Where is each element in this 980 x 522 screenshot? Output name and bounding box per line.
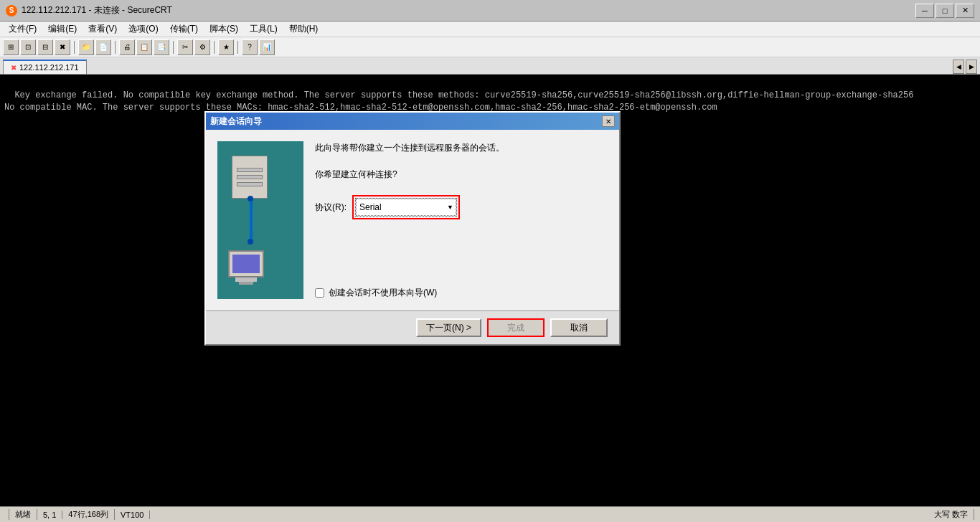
terminal-line1: Key exchange failed. No compatible key e… (14, 90, 913, 100)
checkbox-label: 创建会话时不使用本向导(W) (329, 287, 437, 299)
cable-line (250, 199, 253, 242)
toolbar-btn-4[interactable]: ✖ (55, 39, 70, 55)
toolbar-btn-10[interactable]: ✂ (177, 39, 193, 55)
server-image (232, 156, 268, 199)
dialog-title: 新建会话向导 (210, 115, 262, 128)
toolbar-btn-7[interactable]: 🖨 (119, 39, 135, 55)
close-button[interactable]: ✕ (956, 4, 974, 18)
tab-status-icon: ✖ (11, 64, 17, 72)
toolbar: ⊞ ⊡ ⊟ ✖ 📁 📄 🖨 📋 📑 ✂ ⚙ ★ ? 📊 (0, 37, 980, 57)
menu-bar: 文件(F) 编辑(E) 查看(V) 选项(O) 传输(T) 脚本(S) 工具(L… (0, 22, 980, 37)
dialog-intro-text: 此向导将帮你建立一个连接到远程服务器的会话。 (315, 141, 608, 154)
next-button[interactable]: 下一页(N) > (416, 318, 481, 337)
menu-transfer[interactable]: 传输(T) (164, 22, 204, 37)
server-slot-2 (237, 175, 263, 179)
server-slot-3 (237, 182, 263, 186)
status-encoding: 大写 数字 (928, 509, 974, 520)
protocol-label: 协议(R): (315, 201, 347, 214)
title-bar-left: S 122.112.212.171 - 未连接 - SecureCRT (6, 4, 172, 16)
dialog-illustration (217, 141, 303, 299)
window-title: 122.112.212.171 - 未连接 - SecureCRT (22, 4, 172, 16)
status-ready: 就绪 (9, 509, 37, 520)
toolbar-btn-11[interactable]: ⚙ (194, 39, 210, 55)
minimize-button[interactable]: ─ (915, 4, 934, 18)
dialog-body: 此向导将帮你建立一个连接到远程服务器的会话。 你希望建立何种连接? 协议(R):… (206, 130, 619, 310)
toolbar-separator-4 (214, 41, 215, 54)
toolbar-btn-12[interactable]: ★ (218, 39, 234, 55)
toolbar-btn-9[interactable]: 📑 (154, 39, 169, 55)
dialog-footer: 下一页(N) > 完成 取消 (206, 310, 619, 344)
tab-label: 122.112.212.171 (19, 63, 79, 72)
menu-tools[interactable]: 工具(L) (244, 22, 283, 37)
tab-nav-left[interactable]: ◀ (953, 60, 964, 74)
cancel-button[interactable]: 取消 (550, 318, 608, 337)
dialog-question-text: 你希望建立何种连接? (315, 169, 608, 181)
toolbar-separator-5 (237, 41, 238, 54)
toolbar-btn-5[interactable]: 📁 (78, 39, 94, 55)
protocol-select-container: SSH2 SSH1 Telnet Serial SFTP RDP ▼ (355, 198, 457, 217)
checkbox-row: 创建会话时不使用本向导(W) (315, 272, 608, 299)
toolbar-btn-1[interactable]: ⊞ (3, 39, 19, 55)
toolbar-btn-13[interactable]: ? (242, 39, 258, 55)
menu-script[interactable]: 脚本(S) (204, 22, 244, 37)
pc-stand (239, 282, 253, 285)
server-slot-1 (237, 168, 263, 172)
toolbar-btn-3[interactable]: ⊟ (37, 39, 53, 55)
toolbar-separator-2 (115, 41, 116, 54)
dialog-content: 此向导将帮你建立一个连接到远程服务器的会话。 你希望建立何种连接? 协议(R):… (315, 141, 608, 299)
menu-file[interactable]: 文件(F) (3, 22, 42, 37)
status-lines: 47行,168列 (62, 509, 115, 520)
cable-connector-top (248, 196, 253, 201)
dialog-title-bar: 新建会话向导 ✕ (206, 113, 619, 130)
toolbar-btn-8[interactable]: 📋 (136, 39, 152, 55)
finish-button[interactable]: 完成 (487, 318, 545, 337)
toolbar-separator-3 (173, 41, 174, 54)
pc-monitor (228, 250, 264, 277)
tab-session[interactable]: ✖ 122.112.212.171 (3, 60, 87, 74)
maximize-button[interactable]: □ (936, 4, 954, 18)
menu-options[interactable]: 选项(O) (123, 22, 164, 37)
tab-nav-right[interactable]: ▶ (966, 60, 977, 74)
tab-bar: ✖ 122.112.212.171 ◀ ▶ (0, 57, 980, 75)
menu-edit[interactable]: 编辑(E) (42, 22, 83, 37)
status-position: 5, 1 (37, 511, 62, 519)
protocol-select[interactable]: SSH2 SSH1 Telnet Serial SFTP RDP (356, 199, 456, 216)
status-bar: 就绪 5, 1 47行,168列 VT100 大写 数字 (0, 506, 980, 522)
new-session-dialog: 新建会话向导 ✕ (204, 111, 621, 346)
toolbar-btn-2[interactable]: ⊡ (20, 39, 36, 55)
cable-connector-bottom (248, 239, 253, 245)
app-icon: S (6, 5, 17, 16)
dialog-spacer (315, 228, 608, 264)
pc-image (225, 250, 268, 285)
title-bar: S 122.112.212.171 - 未连接 - SecureCRT ─ □ … (0, 0, 980, 22)
no-wizard-checkbox[interactable] (315, 288, 324, 298)
protocol-row: 协议(R): SSH2 SSH1 Telnet Serial SFTP RDP (315, 195, 608, 219)
dialog-close-button[interactable]: ✕ (602, 115, 615, 127)
title-bar-controls: ─ □ ✕ (915, 4, 974, 18)
protocol-select-wrapper: SSH2 SSH1 Telnet Serial SFTP RDP ▼ (352, 195, 460, 219)
status-term: VT100 (115, 511, 150, 519)
menu-help[interactable]: 帮助(H) (283, 22, 324, 37)
toolbar-btn-6[interactable]: 📄 (95, 39, 111, 55)
menu-view[interactable]: 查看(V) (83, 22, 123, 37)
pc-screen (232, 255, 260, 273)
toolbar-separator-1 (74, 41, 75, 54)
toolbar-btn-14[interactable]: 📊 (259, 39, 275, 55)
